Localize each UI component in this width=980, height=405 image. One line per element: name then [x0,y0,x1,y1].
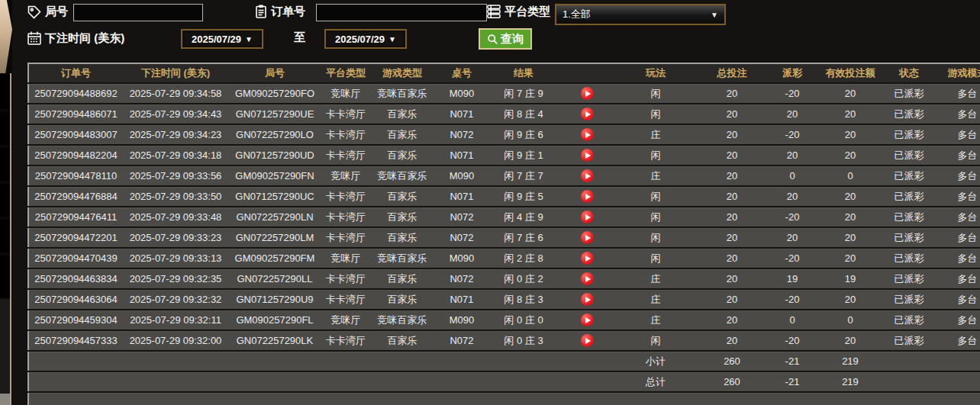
round-number-label: 局号 [45,5,68,19]
search-button[interactable]: 查询 [479,28,532,50]
game-type-cell: 百家乐 [370,268,434,289]
chevron-down-icon: ▼ [245,35,253,43]
chevron-down-icon: ▼ [388,35,396,43]
order-no-cell: 250729094482204 [28,145,123,166]
summary-valid-bet-cell: 219 [816,371,885,392]
total-bet-cell: 20 [695,268,769,289]
bet-records-table: 订单号下注时间 (美东)局号平台类型游戏类型桌号结果玩法总投注派彩有效投注额状态… [27,63,980,405]
play-result-icon[interactable] [581,293,594,306]
bet-type-cell: 闲 [616,227,695,248]
valid-bet-cell: 20 [816,289,885,310]
total-bet-cell: 20 [695,227,769,248]
play-result-icon[interactable] [581,334,594,347]
status-cell: 已派彩 [885,268,933,289]
status-cell: 已派彩 [885,186,933,207]
play-result-icon[interactable] [581,169,594,182]
table-row: 2507290944638342025-07-29 09:32:35GN0722… [28,268,980,289]
play-result-icon[interactable] [581,108,594,121]
summary-spacer-cell [28,351,616,371]
date-to-value: 2025/07/29 [335,34,385,45]
platform-type-select[interactable]: 1.全部 ▼ [555,4,726,25]
date-from-picker[interactable]: 2025/07/29▼ [181,29,263,49]
play-result-icon[interactable] [581,149,594,162]
play-result-icon[interactable] [581,252,594,265]
total-bet-cell: 20 [695,145,769,166]
strip-block [0,184,10,217]
payout-cell: 20 [769,227,816,248]
order-number-input[interactable] [316,4,487,21]
game-type-cell: 百家乐 [370,207,434,227]
valid-bet-cell: 20 [816,248,885,268]
play-cell [558,124,616,145]
game-mode-cell: 多台 [933,186,980,207]
bet-time-cell: 2025-07-29 09:34:23 [123,124,228,145]
play-cell [558,289,616,310]
game-result-cell: 闲 7 庄 7 [489,166,558,186]
valid-bet-cell: 20 [816,330,885,351]
play-result-icon[interactable] [581,272,594,285]
date-to-picker[interactable]: 2025/07/29▼ [324,29,407,49]
total-bet-cell: 20 [695,330,769,351]
strip-dark-area [0,299,10,394]
payout-cell: 0 [769,310,816,330]
platform-type-cell: 卡卡湾厅 [321,330,370,351]
bet-type-cell: 庄 [616,289,695,310]
play-cell [558,186,616,207]
column-header: 下注时间 (美东) [123,63,228,83]
status-cell: 已派彩 [885,330,933,351]
payout-cell: 20 [769,186,816,207]
total-bet-cell: 20 [695,166,769,186]
strip-block [0,112,10,145]
bet-time-cell: 2025-07-29 09:32:35 [123,268,228,289]
play-result-icon[interactable] [581,211,594,223]
play-cell [558,104,616,124]
round-no-cell: GM090257290FO [228,83,321,104]
status-cell: 已派彩 [885,166,933,186]
game-type-cell: 百家乐 [370,227,434,248]
round-no-cell: GN072257290LK [228,330,321,351]
play-result-icon[interactable] [581,87,594,100]
game-type-cell: 百家乐 [370,124,434,145]
tab-wedge [0,0,12,73]
play-cell [558,83,616,104]
play-cell [558,330,616,351]
total-bet-cell: 20 [695,207,769,227]
platform-type-cell: 竞咪厅 [321,166,370,186]
play-cell [558,227,616,248]
game-mode-cell: 多台 [933,166,980,186]
bet-type-cell: 闲 [616,186,695,207]
table-no-cell: N072 [434,227,489,248]
strip-block [0,256,10,297]
bet-type-cell: 庄 [616,166,695,186]
column-header: 订单号 [28,63,123,83]
valid-bet-cell: 0 [816,310,885,330]
game-mode-cell: 多台 [933,145,980,166]
column-header: 游戏类型 [370,63,434,83]
game-result-cell: 闲 8 庄 3 [489,289,558,310]
round-no-cell: GM090257290FM [228,248,321,268]
play-result-icon[interactable] [581,231,594,244]
left-edge-strip [0,0,12,405]
game-mode-cell: 多台 [933,227,980,248]
order-no-cell: 250729094476884 [28,186,123,207]
valid-bet-cell: 20 [816,207,885,227]
window-edge-line [10,73,11,405]
summary-row: 总计260-21219 [28,371,980,392]
status-cell: 已派彩 [885,104,933,124]
play-result-icon[interactable] [581,128,594,141]
platform-type-label: 平台类型 [505,5,550,19]
payout-cell: 19 [769,268,816,289]
game-mode-cell: 多台 [933,83,980,104]
total-bet-cell: 20 [695,186,769,207]
play-result-icon[interactable] [581,190,594,203]
table-no-cell: M090 [434,83,489,104]
summary-spacer-cell [28,371,616,392]
column-header: 玩法 [616,63,695,83]
bet-time-cell: 2025-07-29 09:32:00 [123,330,228,351]
strip-block [0,75,10,109]
round-number-input[interactable] [73,4,203,21]
order-no-cell: 250729094463834 [28,268,123,289]
play-result-icon[interactable] [581,313,594,326]
platform-type-cell: 竞咪厅 [321,83,370,104]
game-type-cell: 百家乐 [370,289,434,310]
